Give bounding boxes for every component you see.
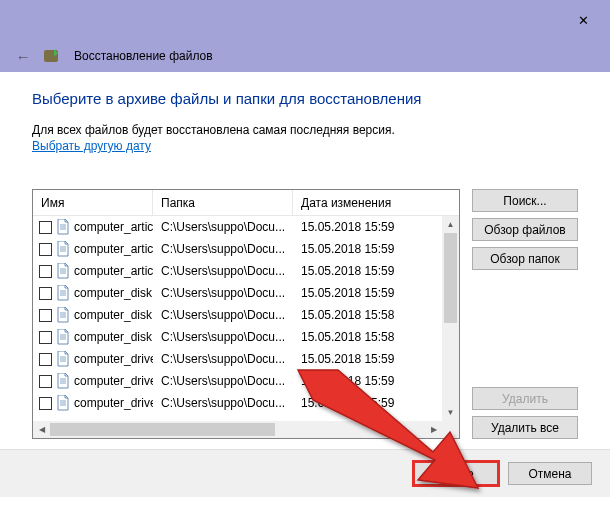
file-date: 15.05.2018 15:59 — [293, 242, 459, 256]
file-folder: C:\Users\suppo\Docu... — [153, 286, 293, 300]
file-folder: C:\Users\suppo\Docu... — [153, 220, 293, 234]
content: Выберите в архиве файлы и папки для восс… — [0, 72, 610, 449]
file-icon — [56, 307, 70, 323]
list-item[interactable]: computer_disk ...C:\Users\suppo\Docu...1… — [33, 304, 459, 326]
header: ← Восстановление файлов — [0, 40, 610, 72]
browse-files-button[interactable]: Обзор файлов — [472, 218, 578, 241]
file-date: 15.05.2018 15:59 — [293, 352, 459, 366]
browse-folders-button[interactable]: Обзор папок — [472, 247, 578, 270]
file-date: 15.05.2018 15:59 — [293, 286, 459, 300]
list-body: computer_article...C:\Users\suppo\Docu..… — [33, 216, 459, 438]
close-button[interactable]: ✕ — [561, 5, 606, 35]
file-list: Имя Папка Дата изменения computer_articl… — [32, 189, 460, 439]
list-item[interactable]: computer_disk ...C:\Users\suppo\Docu...1… — [33, 282, 459, 304]
header-title: Восстановление файлов — [74, 49, 213, 63]
file-name: computer_disk ... — [74, 308, 153, 322]
search-button[interactable]: Поиск... — [472, 189, 578, 212]
horizontal-scrollbar[interactable]: ◀ ▶ — [33, 421, 442, 438]
file-name: computer_drive ... — [74, 374, 153, 388]
checkbox[interactable] — [39, 243, 52, 256]
file-icon — [56, 285, 70, 301]
description-text: Для всех файлов будет восстановлена сама… — [32, 123, 578, 137]
scroll-thumb-vertical[interactable] — [444, 233, 457, 323]
file-date: 15.05.2018 15:58 — [293, 330, 459, 344]
file-icon — [56, 241, 70, 257]
scroll-up-icon[interactable]: ▲ — [442, 216, 459, 233]
file-name: computer_drive... — [74, 396, 153, 410]
file-date: 15.05.2018 15:59 — [293, 264, 459, 278]
file-date: 15.05.2018 15:59 — [293, 396, 459, 410]
scroll-corner — [442, 421, 459, 438]
file-folder: C:\Users\suppo\Docu... — [153, 264, 293, 278]
file-folder: C:\Users\suppo\Docu... — [153, 308, 293, 322]
file-date: 15.05.2018 15:59 — [293, 220, 459, 234]
back-button[interactable]: ← — [14, 47, 32, 65]
scroll-left-icon[interactable]: ◀ — [33, 421, 50, 438]
next-button[interactable]: Далее — [414, 462, 498, 485]
file-icon — [56, 395, 70, 411]
file-icon — [56, 263, 70, 279]
checkbox[interactable] — [39, 353, 52, 366]
page-heading: Выберите в архиве файлы и папки для восс… — [32, 90, 578, 107]
scroll-thumb-horizontal[interactable] — [50, 423, 275, 436]
file-folder: C:\Users\suppo\Docu... — [153, 374, 293, 388]
body-row: Имя Папка Дата изменения computer_articl… — [32, 189, 578, 439]
app-icon — [44, 47, 62, 65]
vertical-scrollbar[interactable]: ▲ ▼ — [442, 216, 459, 421]
checkbox[interactable] — [39, 331, 52, 344]
list-item[interactable]: computer_article...C:\Users\suppo\Docu..… — [33, 238, 459, 260]
checkbox[interactable] — [39, 265, 52, 278]
list-item[interactable]: computer_drive ...C:\Users\suppo\Docu...… — [33, 370, 459, 392]
file-icon — [56, 373, 70, 389]
list-item[interactable]: computer_drive...C:\Users\suppo\Docu...1… — [33, 392, 459, 414]
list-item[interactable]: computer_disk.dC:\Users\suppo\Docu...15.… — [33, 326, 459, 348]
column-header-date[interactable]: Дата изменения — [293, 190, 459, 215]
file-folder: C:\Users\suppo\Docu... — [153, 242, 293, 256]
file-date: 15.05.2018 15:58 — [293, 308, 459, 322]
checkbox[interactable] — [39, 397, 52, 410]
file-icon — [56, 329, 70, 345]
file-name: computer_disk.d — [74, 330, 153, 344]
delete-all-button[interactable]: Удалить все — [472, 416, 578, 439]
file-name: computer_article... — [74, 264, 153, 278]
cancel-button[interactable]: Отмена — [508, 462, 592, 485]
file-name: computer_disk ... — [74, 286, 153, 300]
list-item[interactable]: computer_article...C:\Users\suppo\Docu..… — [33, 216, 459, 238]
titlebar: ✕ — [0, 0, 610, 40]
side-buttons: Поиск... Обзор файлов Обзор папок Удалит… — [472, 189, 578, 439]
file-folder: C:\Users\suppo\Docu... — [153, 396, 293, 410]
file-date: 15.05.2018 15:59 — [293, 374, 459, 388]
back-arrow-icon: ← — [16, 48, 31, 65]
file-name: computer_article... — [74, 220, 153, 234]
file-folder: C:\Users\suppo\Docu... — [153, 330, 293, 344]
scroll-down-icon[interactable]: ▼ — [442, 404, 459, 421]
file-icon — [56, 219, 70, 235]
delete-button: Удалить — [472, 387, 578, 410]
scroll-right-icon[interactable]: ▶ — [425, 421, 442, 438]
file-folder: C:\Users\suppo\Docu... — [153, 352, 293, 366]
list-item[interactable]: computer_drive ...C:\Users\suppo\Docu...… — [33, 348, 459, 370]
footer: Далее Отмена — [0, 449, 610, 497]
file-icon — [56, 351, 70, 367]
checkbox[interactable] — [39, 287, 52, 300]
file-name: computer_drive ... — [74, 352, 153, 366]
checkbox[interactable] — [39, 221, 52, 234]
choose-date-link[interactable]: Выбрать другую дату — [32, 139, 151, 153]
checkbox[interactable] — [39, 375, 52, 388]
close-icon: ✕ — [578, 13, 589, 28]
list-header: Имя Папка Дата изменения — [33, 190, 459, 216]
file-name: computer_article... — [74, 242, 153, 256]
column-header-folder[interactable]: Папка — [153, 190, 293, 215]
list-item[interactable]: computer_article...C:\Users\suppo\Docu..… — [33, 260, 459, 282]
checkbox[interactable] — [39, 309, 52, 322]
column-header-name[interactable]: Имя — [33, 190, 153, 215]
